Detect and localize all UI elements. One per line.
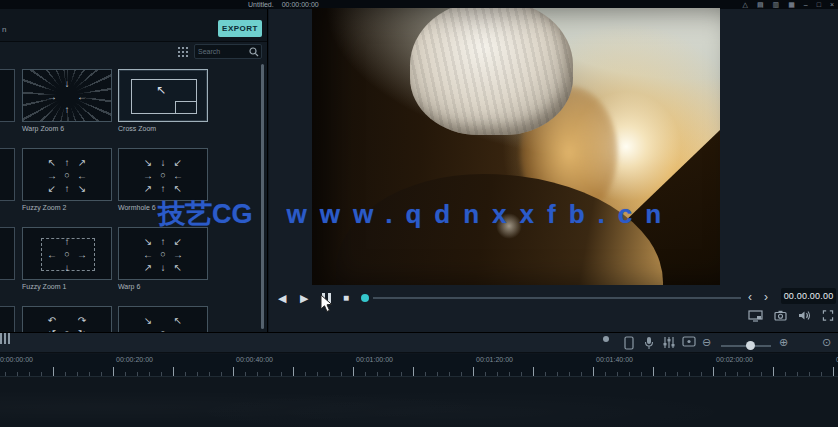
previous-frame-button[interactable]: ◀ bbox=[278, 291, 286, 305]
video-editor-window: Untitled. 00:00:00:00 △ ▤ ▥ ▦ – □ × n EX… bbox=[0, 0, 838, 427]
snapshot-camera-icon[interactable] bbox=[774, 310, 787, 321]
transition-label: Cross Zoom bbox=[118, 125, 208, 132]
ruler-major-tick bbox=[233, 367, 234, 376]
search-row bbox=[0, 42, 267, 62]
panel-header: n EXPORT bbox=[0, 9, 267, 42]
transition-cell: ↖Cross Zoom bbox=[118, 69, 208, 132]
marker-dot-icon[interactable] bbox=[603, 336, 609, 342]
transition-thumb-fuzzy-zoom-2[interactable]: ↖↑↗→○←↙↑↘ bbox=[22, 148, 112, 201]
timeline-ruler[interactable]: 00:00:00:0000:00:20:0000:00:40:0000:01:0… bbox=[0, 354, 838, 376]
layout-mode-a-icon[interactable]: ▤ bbox=[757, 0, 764, 9]
transition-glyph-icon: ↘↑↙←○→↗↓↖ bbox=[141, 234, 186, 273]
ruler-timecode-label: 00:02:00:00 bbox=[716, 356, 753, 363]
transition-label: Warp 6 bbox=[118, 283, 208, 290]
minimize-button[interactable]: – bbox=[804, 0, 808, 9]
transition-thumb-warp-6[interactable]: ↘↑↙←○→↗↓↖ bbox=[118, 227, 208, 280]
watermark-brand: 技艺CG bbox=[158, 199, 253, 229]
transition-cell: ↖↑↗→○←↙↑↘Fuzzy Zoom 2 bbox=[22, 148, 112, 211]
timeline-toolbar: ⊖ ⊕ ⊙ bbox=[0, 332, 838, 353]
transition-thumb-cross-zoom[interactable]: ↖ bbox=[118, 69, 208, 122]
ruler-major-tick bbox=[833, 367, 834, 376]
ruler-major-tick bbox=[413, 367, 414, 376]
transition-label: Fuzzy Zoom 1 bbox=[22, 283, 112, 290]
ruler-major-tick bbox=[653, 367, 654, 376]
ruler-major-tick bbox=[713, 367, 714, 376]
ruler-timecode-label: 00:01:20:00 bbox=[476, 356, 513, 363]
ruler-timecode-label: 00:00:40:00 bbox=[236, 356, 273, 363]
ruler-major-tick bbox=[593, 367, 594, 376]
ruler-major-tick bbox=[473, 367, 474, 376]
layout-mode-b-icon[interactable]: ▥ bbox=[773, 0, 780, 9]
ruler-timecode-label: 00:00:20:00 bbox=[116, 356, 153, 363]
watermark-overlay: 技艺CGwww.qdnxxfb.cn bbox=[158, 196, 674, 232]
ruler-major-tick bbox=[113, 367, 114, 376]
transition-glyph-icon: ↘↖→○← bbox=[141, 313, 186, 332]
video-vignette bbox=[312, 8, 720, 285]
transition-thumb-clipped[interactable] bbox=[0, 306, 15, 332]
play-button[interactable]: ▶ bbox=[300, 291, 308, 305]
transition-label: Warp Zoom 6 bbox=[22, 125, 112, 132]
ruler-major-tick bbox=[53, 367, 54, 376]
transition-glyph-icon: ↓→←↑ bbox=[45, 76, 90, 115]
cross-zoom-corner bbox=[175, 101, 197, 114]
screen-record-icon[interactable] bbox=[624, 336, 634, 350]
cross-zoom-frame: ↖ bbox=[131, 79, 197, 114]
fullscreen-icon[interactable] bbox=[822, 310, 834, 321]
transition-glyph-icon: ↖↑↗→○←↙↑↘ bbox=[45, 155, 90, 194]
display-options-row bbox=[748, 310, 834, 322]
seekbar-playhead[interactable] bbox=[361, 294, 369, 302]
second-monitor-icon[interactable] bbox=[748, 310, 763, 322]
preview-panel: ◀ ▶ ■ ‹ › 00.00.00.00 bbox=[269, 9, 838, 332]
close-button[interactable]: × bbox=[830, 0, 834, 9]
transitions-panel: n EXPORT ↓→←↑Warp Zoom 6↖Cross Zoom↖↑↗→○… bbox=[0, 9, 268, 332]
export-button[interactable]: EXPORT bbox=[218, 20, 262, 37]
previous-edit-point-button[interactable]: ‹ bbox=[748, 290, 752, 304]
transition-thumb-clipped[interactable] bbox=[0, 148, 15, 201]
timeline-tracks[interactable] bbox=[0, 376, 838, 427]
account-icon[interactable]: △ bbox=[743, 0, 748, 9]
transition-cell: ↘↑↙←○→↗↓↖Warp 6 bbox=[118, 227, 208, 290]
transition-glyph-icon: ↘↓↙→○←↗↑↖ bbox=[141, 155, 186, 194]
grid-view-icon[interactable] bbox=[177, 46, 188, 57]
next-edit-point-button[interactable]: › bbox=[764, 290, 768, 304]
fit-timeline-icon[interactable]: ⊙ bbox=[822, 336, 831, 349]
ruler-timecode-label: 00:00:00:00 bbox=[0, 356, 33, 363]
watermark-url: www.qdnxxfb.cn bbox=[287, 199, 675, 229]
transition-glyph-icon: ↑←○→↓ bbox=[45, 234, 90, 273]
ruler-major-tick bbox=[533, 367, 534, 376]
maximize-button[interactable]: □ bbox=[817, 0, 821, 9]
transition-thumb-partial[interactable]: ↶↷↺○↻ bbox=[22, 306, 112, 332]
video-preview[interactable] bbox=[312, 8, 720, 285]
ruler-timecode-label: 00:01:40:00 bbox=[596, 356, 633, 363]
transition-thumb-wormhole-6[interactable]: ↘↓↙→○←↗↑↖ bbox=[118, 148, 208, 201]
transition-thumb-fuzzy-zoom-1[interactable]: ↑←○→↓ bbox=[22, 227, 112, 280]
stop-button[interactable]: ■ bbox=[343, 291, 349, 305]
search-input[interactable] bbox=[195, 48, 249, 55]
pause-button[interactable] bbox=[322, 293, 331, 304]
transition-cell: ↓→←↑Warp Zoom 6 bbox=[22, 69, 112, 132]
ruler-major-tick bbox=[173, 367, 174, 376]
transition-thumb-clipped[interactable] bbox=[0, 227, 15, 280]
layout-mode-c-icon[interactable]: ▦ bbox=[788, 0, 795, 9]
playback-controls: ◀ ▶ ■ ‹ › 00.00.00.00 bbox=[269, 288, 838, 310]
transition-cell: ↶↷↺○↻ bbox=[22, 306, 112, 332]
transition-thumb-partial[interactable]: ↘↖→○← bbox=[118, 306, 208, 332]
zoom-to-fit-icon[interactable] bbox=[0, 333, 12, 344]
zoom-in-icon[interactable]: ⊕ bbox=[779, 336, 788, 349]
zoom-slider-handle[interactable] bbox=[746, 341, 755, 350]
seekbar-track[interactable] bbox=[373, 297, 741, 299]
cross-zoom-arrow-icon: ↖ bbox=[156, 83, 166, 97]
audio-mixer-icon[interactable] bbox=[663, 336, 675, 349]
transition-cell: ↑←○→↓Fuzzy Zoom 1 bbox=[22, 227, 112, 290]
search-icon[interactable] bbox=[249, 47, 259, 57]
zoom-out-icon[interactable]: ⊖ bbox=[702, 336, 711, 349]
ruler-major-tick bbox=[353, 367, 354, 376]
transition-cell: ↘↖→○← bbox=[118, 306, 208, 332]
add-marker-icon[interactable] bbox=[682, 336, 696, 347]
ruler-major-tick bbox=[293, 367, 294, 376]
microphone-icon[interactable] bbox=[644, 336, 654, 350]
transition-thumb-warp-zoom-6[interactable]: ↓→←↑ bbox=[22, 69, 112, 122]
transition-glyph-icon: ↶↷↺○↻ bbox=[45, 313, 90, 332]
volume-icon[interactable] bbox=[798, 310, 811, 321]
transition-thumb-clipped[interactable] bbox=[0, 69, 15, 122]
